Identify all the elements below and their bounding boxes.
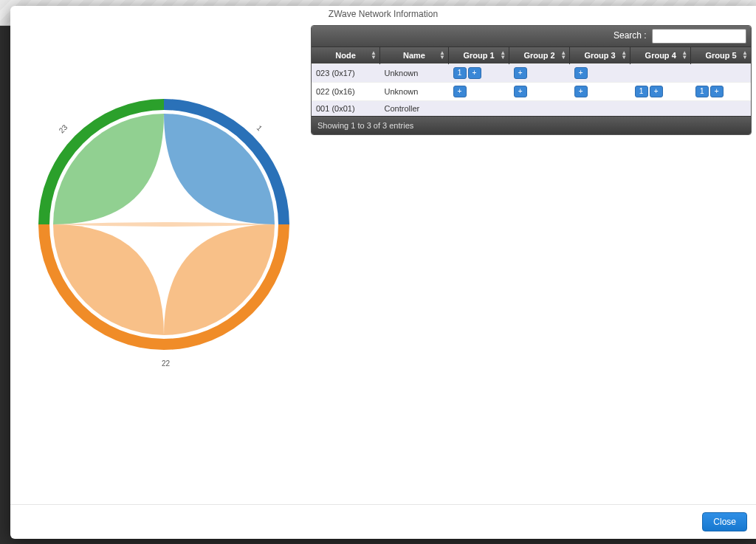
modal-body: 1 22 23 Search : Node▲▼Name▲▼Group 1▲▼Gr… xyxy=(10,25,756,504)
table-row: 023 (0x17)Unknown1+++ xyxy=(312,64,751,83)
cell-node: 023 (0x17) xyxy=(312,64,380,83)
close-button[interactable]: Close xyxy=(702,512,747,531)
modal-title: ZWave Network Information xyxy=(10,6,756,25)
search-label: Search : xyxy=(614,30,647,41)
group-add-button[interactable]: + xyxy=(574,86,588,97)
column-group-5[interactable]: Group 5▲▼ xyxy=(691,47,751,64)
column-group-2[interactable]: Group 2▲▼ xyxy=(509,47,570,64)
cell-group-5 xyxy=(691,101,751,117)
cell-group-1 xyxy=(449,101,509,117)
cell-group-2: + xyxy=(509,64,570,83)
cell-group-3: + xyxy=(570,83,630,101)
group-add-button[interactable]: + xyxy=(710,86,724,97)
chord-ribbon-thin xyxy=(53,222,275,227)
cell-group-4 xyxy=(630,101,691,117)
cell-group-5: 1+ xyxy=(691,83,751,101)
chord-ribbon-23 xyxy=(53,114,164,224)
modal-backdrop: ZWave Network Information xyxy=(0,0,756,544)
cell-node: 022 (0x16) xyxy=(312,83,380,101)
group-add-button[interactable]: + xyxy=(514,86,527,97)
chord-ribbon-22a xyxy=(164,224,275,335)
column-group-1[interactable]: Group 1▲▼ xyxy=(449,47,509,64)
chord-label-23: 23 xyxy=(58,123,69,134)
group-add-button[interactable]: + xyxy=(514,67,527,79)
network-table-pane: Search : Node▲▼Name▲▼Group 1▲▼Group 2▲▼G… xyxy=(309,25,756,504)
network-chord-pane: 1 22 23 xyxy=(10,25,309,504)
group-add-button[interactable]: + xyxy=(453,86,467,97)
cell-group-5 xyxy=(691,64,751,83)
modal-footer: Close xyxy=(10,504,756,539)
group-add-button[interactable]: + xyxy=(468,67,481,79)
chord-ribbon-22b xyxy=(53,224,164,335)
chord-label-22: 22 xyxy=(162,359,171,368)
cell-group-3: + xyxy=(570,64,630,83)
column-group-4[interactable]: Group 4▲▼ xyxy=(630,47,691,64)
group-badge[interactable]: 1 xyxy=(695,86,709,97)
cell-node: 001 (0x01) xyxy=(312,101,380,117)
nodes-table: Node▲▼Name▲▼Group 1▲▼Group 2▲▼Group 3▲▼G… xyxy=(312,47,751,116)
cell-name: Unknown xyxy=(380,64,449,83)
cell-group-4: 1+ xyxy=(630,83,691,101)
column-name[interactable]: Name▲▼ xyxy=(380,47,449,64)
chord-diagram: 1 22 23 xyxy=(31,92,297,372)
table-row: 001 (0x01)Controller xyxy=(312,101,751,117)
cell-name: Controller xyxy=(380,101,449,117)
data-table-wrapper: Search : Node▲▼Name▲▼Group 1▲▼Group 2▲▼G… xyxy=(311,25,752,135)
chord-label-1: 1 xyxy=(255,124,264,133)
cell-group-1: + xyxy=(449,83,509,101)
group-badge[interactable]: 1 xyxy=(635,86,648,97)
zwave-network-modal: ZWave Network Information xyxy=(10,6,756,539)
search-input[interactable] xyxy=(652,29,746,44)
table-header-row: Node▲▼Name▲▼Group 1▲▼Group 2▲▼Group 3▲▼G… xyxy=(312,47,751,64)
column-node[interactable]: Node▲▼ xyxy=(312,47,380,64)
group-add-button[interactable]: + xyxy=(650,86,663,97)
cell-group-3 xyxy=(570,101,630,117)
cell-group-2 xyxy=(509,101,570,117)
group-badge[interactable]: 1 xyxy=(453,67,467,79)
cell-group-1: 1+ xyxy=(449,64,509,83)
cell-name: Unknown xyxy=(380,83,449,101)
group-add-button[interactable]: + xyxy=(574,67,588,79)
cell-group-4 xyxy=(630,64,691,83)
search-bar: Search : xyxy=(312,26,751,47)
table-row: 022 (0x16)Unknown+++1+1+ xyxy=(312,83,751,101)
table-body: 023 (0x17)Unknown1+++022 (0x16)Unknown++… xyxy=(312,64,751,117)
table-footer: Showing 1 to 3 of 3 entries xyxy=(312,116,751,134)
cell-group-2: + xyxy=(509,83,570,101)
column-group-3[interactable]: Group 3▲▼ xyxy=(570,47,630,64)
